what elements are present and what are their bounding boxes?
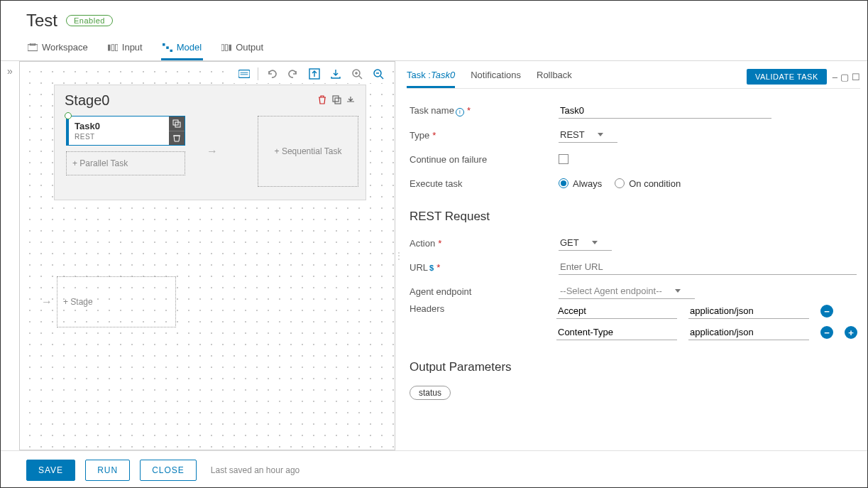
copy-stage-icon[interactable] (331, 94, 341, 107)
header-row: − + (556, 325, 857, 340)
add-parallel-task[interactable]: + Parallel Task (66, 151, 185, 175)
radio-on-condition[interactable] (615, 178, 625, 188)
required-icon: * (432, 130, 436, 141)
tab-output[interactable]: Output (220, 38, 265, 60)
header-key-input[interactable] (556, 303, 677, 319)
minimize-icon[interactable]: – (833, 72, 837, 82)
tab-workspace-label: Workspace (42, 42, 88, 53)
task-card-type: REST (69, 133, 185, 145)
tab-input[interactable]: Input (106, 38, 144, 60)
task-card-actions (169, 116, 185, 145)
svg-line-16 (359, 76, 362, 79)
import-down-icon[interactable] (328, 66, 344, 82)
collapse-stage-icon[interactable] (346, 94, 356, 107)
main-tabs: Workspace Input Model Output (1, 35, 867, 61)
footer: SAVE RUN CLOSE Last saved an hour ago (1, 450, 867, 488)
arrow-right-icon: → (41, 295, 53, 308)
radio-on-condition-label: On condition (629, 178, 681, 189)
output-icon (221, 43, 231, 52)
section-output-params: Output Parameters (410, 360, 857, 374)
delete-task-icon[interactable] (169, 131, 185, 146)
svg-rect-6 (166, 46, 169, 49)
delete-stage-icon[interactable] (317, 94, 327, 107)
zoom-out-icon[interactable] (370, 66, 386, 82)
output-param-chip[interactable]: status (410, 386, 451, 400)
svg-rect-11 (238, 70, 250, 78)
radio-always[interactable] (559, 178, 568, 188)
type-select[interactable]: REST (559, 127, 617, 143)
validate-task-button[interactable]: VALIDATE TASK (747, 69, 827, 85)
remove-header-icon[interactable]: − (820, 326, 833, 339)
svg-rect-7 (170, 49, 172, 52)
label-execute: Execute task (410, 178, 559, 189)
tab-model-label: Model (177, 42, 202, 53)
tab-model[interactable]: Model (161, 38, 203, 60)
info-icon[interactable]: i (456, 108, 464, 116)
redo-icon[interactable] (285, 66, 301, 82)
svg-rect-22 (333, 96, 339, 102)
action-select[interactable]: GET (559, 235, 612, 251)
task-name-input[interactable] (559, 103, 771, 119)
variable-icon[interactable]: $ (429, 264, 434, 272)
label-url: URL$* (410, 262, 559, 273)
svg-rect-5 (163, 43, 165, 46)
label-type: Type* (410, 130, 559, 141)
detail-tab-task[interactable]: Task :Task0 (407, 65, 455, 88)
svg-rect-9 (225, 44, 228, 50)
remove-header-icon[interactable]: − (820, 305, 833, 318)
close-button[interactable]: CLOSE (140, 460, 197, 481)
svg-rect-4 (115, 44, 118, 50)
input-icon (108, 43, 118, 52)
canvas-toolbar (234, 65, 389, 83)
separator (258, 67, 258, 80)
action-select-value: GET (560, 237, 579, 248)
add-stage[interactable]: + Stage (57, 276, 176, 327)
page-header: Test Enabled (1, 1, 867, 35)
detail-tab-rollback[interactable]: Rollback (537, 65, 572, 88)
continue-checkbox[interactable] (559, 154, 568, 164)
workspace: » Stage0 (1, 61, 867, 450)
agent-endpoint-select[interactable]: --Select Agent endpoint-- (559, 283, 695, 299)
svg-rect-8 (221, 44, 224, 50)
undo-icon[interactable] (264, 66, 280, 82)
task-card-name: Task0 (69, 116, 185, 133)
detail-tab-notifications[interactable]: Notifications (471, 65, 521, 88)
collapse-sidebar-icon[interactable]: » (1, 61, 19, 450)
label-agent: Agent endpoint (410, 286, 559, 297)
task-card[interactable]: Task0 REST (66, 116, 185, 146)
svg-rect-3 (111, 44, 114, 50)
add-sequential-task[interactable]: + Sequential Task (258, 116, 358, 187)
task-form: Task namei* Type* REST Continue on failu… (407, 89, 860, 400)
maximize-icon[interactable]: ☐ (852, 72, 860, 82)
label-url-text: URL (410, 262, 428, 273)
keyboard-icon[interactable] (236, 66, 252, 82)
zoom-in-icon[interactable] (349, 66, 365, 82)
header-value-input[interactable] (688, 325, 809, 340)
header-value-input[interactable] (688, 303, 809, 319)
save-button[interactable]: SAVE (26, 460, 75, 481)
pane-window-controls: – ▢ ☐ (833, 72, 860, 82)
tab-workspace[interactable]: Workspace (26, 38, 89, 60)
radio-always-label: Always (573, 178, 602, 189)
detail-tab-task-prefix: Task : (407, 70, 431, 80)
add-header-icon[interactable]: + (845, 326, 857, 339)
pane-splitter[interactable] (395, 61, 402, 450)
url-input[interactable] (559, 259, 857, 275)
plus-icon: + (275, 146, 282, 156)
label-task-name: Task namei* (410, 105, 559, 116)
tab-input-label: Input (122, 42, 143, 53)
model-canvas[interactable]: Stage0 Task0 REST (19, 61, 395, 450)
export-up-icon[interactable] (307, 66, 322, 82)
svg-rect-23 (335, 98, 341, 104)
stage-box[interactable]: Stage0 Task0 REST (54, 85, 366, 200)
add-stage-wrap: → + Stage (41, 276, 176, 327)
tab-output-label: Output (236, 42, 263, 53)
restore-icon[interactable]: ▢ (840, 72, 849, 82)
copy-task-icon[interactable] (169, 116, 185, 131)
run-button[interactable]: RUN (85, 460, 130, 481)
task-column: Task0 REST + Parallel Task (66, 116, 185, 175)
header-key-input[interactable] (556, 325, 677, 340)
required-icon: * (438, 238, 441, 249)
stage-body: Task0 REST + Parallel Task → + (62, 116, 358, 187)
svg-line-20 (380, 76, 383, 79)
